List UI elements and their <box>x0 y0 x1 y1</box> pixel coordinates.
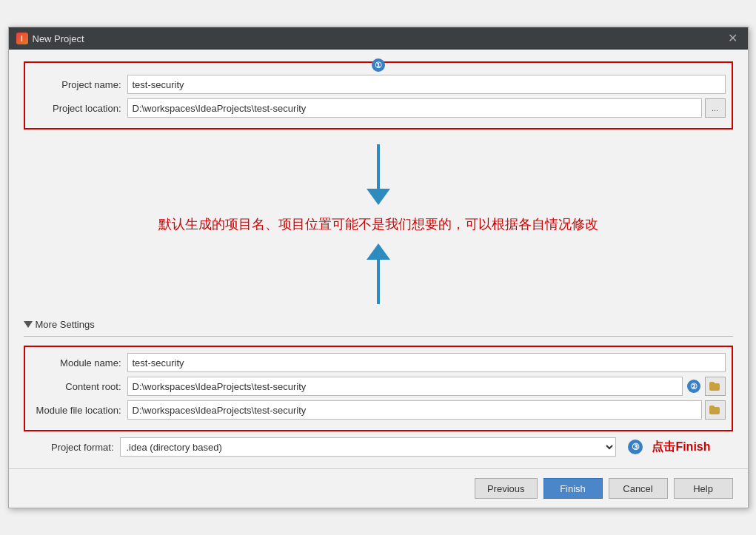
project-name-row: Project name: <box>31 75 726 94</box>
arrow-line-down <box>377 144 380 189</box>
project-format-label: Project format: <box>24 442 120 453</box>
project-location-label: Project location: <box>31 103 127 114</box>
module-file-input[interactable] <box>127 400 702 420</box>
close-button[interactable]: ✕ <box>726 31 740 46</box>
app-icon: I <box>16 33 28 44</box>
arrow-head-down <box>367 189 390 205</box>
finish-button[interactable]: Finish <box>543 478 603 499</box>
help-button[interactable]: Help <box>674 478 733 499</box>
folder-icon-2 <box>709 406 721 414</box>
folder-icon <box>709 382 721 391</box>
window-title: New Project <box>33 33 84 44</box>
content-root-browse-button[interactable] <box>705 377 726 396</box>
cancel-button[interactable]: Cancel <box>609 478 668 499</box>
module-name-input[interactable] <box>127 353 726 372</box>
badge-2: ② <box>687 380 700 393</box>
down-arrow <box>367 144 390 205</box>
content-root-input-wrap: ② <box>127 377 726 396</box>
module-file-row: Module file location: <box>31 400 726 420</box>
module-name-row: Module name: <box>31 353 726 372</box>
more-settings-header: More Settings <box>24 319 733 330</box>
module-file-input-wrap <box>127 400 726 420</box>
arrow-head-up <box>367 243 390 260</box>
project-name-input-wrap <box>127 75 726 94</box>
more-settings-toggle[interactable] <box>24 321 33 328</box>
badge-3: ③ <box>628 440 643 454</box>
project-location-input[interactable] <box>127 98 702 118</box>
project-format-row: Project format: .idea (directory based) … <box>24 437 617 457</box>
title-bar: I New Project ✕ <box>9 27 748 50</box>
project-format-select[interactable]: .idea (directory based) Eclipse (.classp… <box>120 437 617 457</box>
browse-button[interactable]: ... <box>705 98 726 118</box>
dialog-footer: Previous Finish Cancel Help <box>9 468 748 508</box>
module-file-browse-button[interactable] <box>705 400 726 420</box>
project-name-label: Project name: <box>31 79 127 90</box>
finish-annotation: 点击Finish <box>652 440 710 455</box>
arrow-line-up <box>377 260 380 304</box>
content-root-row: Content root: ② <box>31 377 726 396</box>
project-format-row-wrap: Project format: .idea (directory based) … <box>24 437 733 457</box>
up-arrow-section <box>24 243 733 304</box>
project-format-select-wrap: .idea (directory based) Eclipse (.classp… <box>120 437 617 457</box>
title-bar-left: I New Project <box>16 33 84 44</box>
more-settings-section: More Settings Module name: Content root: <box>24 319 733 457</box>
module-name-input-wrap <box>127 353 726 372</box>
project-name-input[interactable] <box>127 75 726 94</box>
module-file-label: Module file location: <box>31 405 127 416</box>
up-arrow <box>367 243 390 304</box>
new-project-dialog: I New Project ✕ ① Project name: Project … <box>8 27 749 508</box>
content-root-input[interactable] <box>127 377 683 396</box>
caption-text: 默认生成的项目名、项目位置可能不是我们想要的，可以根据各自情况修改 <box>24 215 733 233</box>
previous-button[interactable]: Previous <box>475 478 538 499</box>
project-location-input-wrap: ... <box>127 98 726 118</box>
top-fields-box: ① Project name: Project location: ... <box>24 61 733 129</box>
more-settings-label: More Settings <box>36 319 95 330</box>
down-arrow-section <box>24 144 733 205</box>
content-root-label: Content root: <box>31 381 127 392</box>
badge3-wrap: ③ 点击Finish <box>628 440 710 455</box>
bottom-fields-box: Module name: Content root: ② <box>24 346 733 431</box>
more-settings-divider <box>24 336 733 337</box>
dialog-content: ① Project name: Project location: ... <box>9 50 748 468</box>
project-location-row: Project location: ... <box>31 98 726 118</box>
badge-1: ① <box>372 58 385 72</box>
module-name-label: Module name: <box>31 357 127 369</box>
